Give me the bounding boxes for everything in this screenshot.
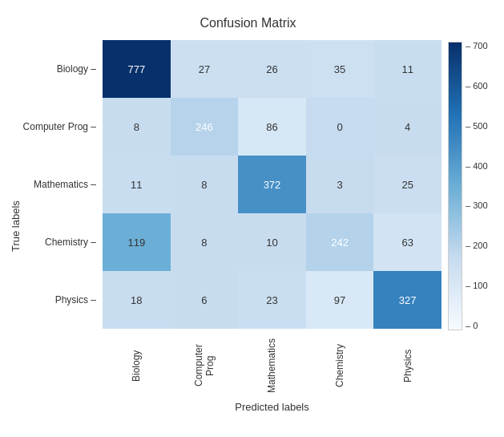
cell: 4 xyxy=(373,98,442,156)
col-label-wrapper: Physics xyxy=(373,329,442,398)
colorbar-tick: – 500 xyxy=(466,122,488,131)
cell: 97 xyxy=(306,271,374,329)
colorbar-section: – 700– 600– 500– 400– 300– 200– 100– 0 xyxy=(448,40,496,413)
col-label-wrapper: Biology xyxy=(103,329,171,398)
grid-row: 77727263511 xyxy=(103,40,442,98)
cell: 372 xyxy=(238,156,306,213)
col-label-wrapper: Mathematics xyxy=(238,329,306,398)
row-labels: Biology –Computer Prog –Mathematics –Che… xyxy=(22,40,103,329)
cell: 27 xyxy=(171,40,239,98)
chart-container: Confusion Matrix True labels Biology –Co… xyxy=(0,0,504,437)
cell: 11 xyxy=(103,156,171,213)
col-label-mathematics: Mathematics xyxy=(266,334,277,398)
cell: 246 xyxy=(171,98,239,156)
cell: 35 xyxy=(306,40,374,98)
row-label-physics: Physics – xyxy=(22,271,103,329)
cell: 327 xyxy=(373,271,442,329)
cell: 777 xyxy=(103,40,171,98)
row-labels-and-grid: Biology –Computer Prog –Mathematics –Che… xyxy=(22,40,442,329)
grid-row: 1862397327 xyxy=(103,271,442,329)
cell: 6 xyxy=(171,271,239,329)
col-label-wrapper: Chemistry xyxy=(306,329,374,398)
grid-row: 82468604 xyxy=(103,98,442,156)
cell: 3 xyxy=(306,156,374,213)
row-label-computer-prog: Computer Prog – xyxy=(22,98,103,156)
x-axis-label: Predicted labels xyxy=(103,401,442,413)
cell: 10 xyxy=(238,213,306,271)
col-label-biology: Biology xyxy=(131,334,142,398)
col-label-physics: Physics xyxy=(402,334,413,398)
matrix-and-colorbar: Biology –Computer Prog –Mathematics –Che… xyxy=(22,40,496,413)
cell: 8 xyxy=(171,156,239,213)
chart-body: True labels Biology –Computer Prog –Math… xyxy=(8,40,496,413)
col-label-chemistry: Chemistry xyxy=(334,334,345,398)
chart-title: Confusion Matrix xyxy=(56,16,440,30)
cell: 18 xyxy=(103,271,171,329)
colorbar-ticks: – 700– 600– 500– 400– 300– 200– 100– 0 xyxy=(462,42,488,330)
colorbar-tick: – 300 xyxy=(466,201,488,210)
y-axis-label: True labels xyxy=(8,40,22,413)
colorbar-labels-and-bar: – 700– 600– 500– 400– 300– 200– 100– 0 xyxy=(448,42,496,413)
col-labels-row: BiologyComputer ProgMathematicsChemistry… xyxy=(103,329,442,398)
colorbar-tick: – 200 xyxy=(466,241,488,250)
cell: 8 xyxy=(103,98,171,156)
colorbar-tick: – 700 xyxy=(466,42,488,51)
grid: 7772726351182468604118372325119810242631… xyxy=(103,40,442,329)
cell: 26 xyxy=(238,40,306,98)
cell: 86 xyxy=(238,98,306,156)
grid-row: 11981024263 xyxy=(103,213,442,271)
cell: 23 xyxy=(238,271,306,329)
col-label-wrapper: Computer Prog xyxy=(171,329,239,398)
colorbar-tick: – 600 xyxy=(466,82,488,91)
grid-row: 118372325 xyxy=(103,156,442,213)
col-label-computer-prog: Computer Prog xyxy=(193,334,216,398)
cell: 25 xyxy=(373,156,442,213)
cell: 8 xyxy=(171,213,239,271)
row-label-biology: Biology – xyxy=(22,40,103,98)
cell: 11 xyxy=(373,40,442,98)
colorbar-tick: – 0 xyxy=(466,322,488,330)
colorbar-tick: – 400 xyxy=(466,162,488,171)
cell: 242 xyxy=(306,213,374,271)
cell: 63 xyxy=(373,213,442,271)
cell: 0 xyxy=(306,98,374,156)
matrix-section: Biology –Computer Prog –Mathematics –Che… xyxy=(22,40,442,413)
row-label-chemistry: Chemistry – xyxy=(22,213,103,271)
row-label-mathematics: Mathematics – xyxy=(22,156,103,213)
cell: 119 xyxy=(103,213,171,271)
colorbar-bar xyxy=(448,42,462,330)
colorbar-tick: – 100 xyxy=(466,281,488,290)
